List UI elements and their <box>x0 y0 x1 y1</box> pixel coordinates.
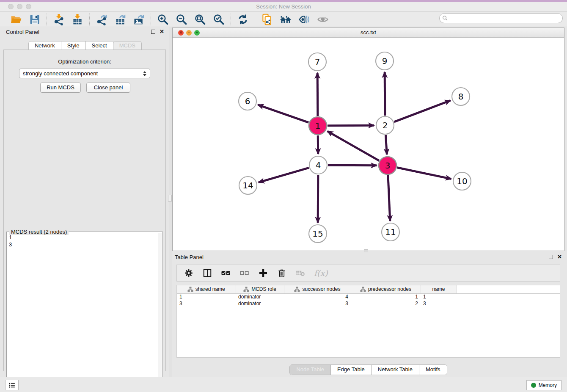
refresh-view-icon[interactable] <box>237 13 249 26</box>
node-10[interactable]: 10 <box>453 172 471 190</box>
show-graphics-details-icon[interactable] <box>317 13 329 26</box>
network-canvas[interactable]: 7968124314101511 <box>173 38 564 251</box>
import-table-icon[interactable] <box>71 13 84 26</box>
column-header-name[interactable]: name <box>421 285 457 293</box>
hide-graphics-details-icon[interactable] <box>298 13 311 26</box>
cell-MCDS-role[interactable]: dominator <box>236 300 284 307</box>
deselect-all-checkboxes-icon[interactable] <box>239 268 250 278</box>
table-row[interactable]: 1dominator411 <box>177 293 560 300</box>
vertical-splitter-handle[interactable] <box>168 195 172 202</box>
close-panel-button[interactable]: Close panel <box>86 83 130 93</box>
column-header-successor-nodes[interactable]: successor nodes <box>284 285 351 293</box>
edge-1-7[interactable] <box>317 73 318 116</box>
network-window-titlebar[interactable]: ✕ − + scc.txt <box>173 28 564 38</box>
task-history-button[interactable] <box>5 380 19 390</box>
edge-3-10[interactable] <box>397 168 451 179</box>
import-network-icon[interactable] <box>52 13 65 26</box>
close-window-button[interactable] <box>8 4 14 9</box>
edge-4-3[interactable] <box>328 165 377 166</box>
export-network-icon[interactable] <box>95 13 108 26</box>
tab-network[interactable]: Network <box>28 41 61 50</box>
delete-table-icon[interactable] <box>295 268 306 278</box>
delete-column-icon[interactable] <box>277 268 287 278</box>
node-3[interactable]: 3 <box>379 157 396 174</box>
function-builder-icon[interactable]: f(x) <box>314 268 328 278</box>
tab-node-table[interactable]: Node Table <box>290 365 330 375</box>
minimize-view-button[interactable]: − <box>186 30 192 36</box>
edge-2-9[interactable] <box>385 72 385 116</box>
column-header-shared-name[interactable]: shared name <box>177 285 236 293</box>
vertical-splitter[interactable] <box>169 27 172 377</box>
maximize-view-button[interactable]: + <box>194 30 200 36</box>
export-image-icon[interactable] <box>132 13 145 26</box>
save-session-icon[interactable] <box>28 13 41 26</box>
search-box[interactable] <box>439 13 563 23</box>
open-session-icon[interactable] <box>10 13 22 26</box>
node-11[interactable]: 11 <box>382 223 399 241</box>
tab-edge-table[interactable]: Edge Table <box>330 365 371 375</box>
cell-MCDS-role[interactable]: dominator <box>236 293 284 300</box>
cell-shared-name[interactable]: 1 <box>177 293 236 300</box>
tab-network-table[interactable]: Network Table <box>371 365 419 375</box>
node-1[interactable]: 1 <box>309 117 327 135</box>
node-8[interactable]: 8 <box>452 88 470 105</box>
cell-predecessor-nodes[interactable]: 2 <box>351 300 421 307</box>
zoom-in-icon[interactable] <box>157 13 169 26</box>
result-scrollbar[interactable] <box>158 233 162 390</box>
export-table-icon[interactable] <box>114 13 127 26</box>
edge-4-15[interactable] <box>318 175 318 223</box>
cell-shared-name[interactable]: 3 <box>177 300 236 307</box>
tab-style[interactable]: Style <box>61 41 86 50</box>
cell-predecessor-nodes[interactable]: 1 <box>351 293 421 300</box>
cell-successor-nodes[interactable]: 4 <box>284 293 351 300</box>
edge-2-8[interactable] <box>394 100 451 122</box>
home-icon[interactable] <box>279 13 292 26</box>
memory-button[interactable]: Memory <box>526 380 561 390</box>
node-9[interactable]: 9 <box>376 52 394 70</box>
attribute-type-icon <box>360 287 366 292</box>
node-15[interactable]: 15 <box>309 225 327 243</box>
optimization-criterion-select[interactable]: strongly connected component <box>19 69 150 78</box>
edge-3-1[interactable] <box>328 131 379 161</box>
tab-mcds[interactable]: MCDS <box>113 41 142 50</box>
column-header-MCDS-role[interactable]: MCDS role <box>236 285 284 293</box>
table-row[interactable]: 3dominator323 <box>177 300 560 307</box>
tab-motifs[interactable]: Motifs <box>419 365 447 375</box>
zoom-window-button[interactable] <box>26 4 31 9</box>
minimize-window-button[interactable] <box>17 4 22 9</box>
horizontal-splitter-handle[interactable] <box>364 249 368 252</box>
node-2[interactable]: 2 <box>376 116 394 134</box>
search-input[interactable] <box>448 14 562 22</box>
edge-1-2[interactable] <box>328 125 374 126</box>
column-header-predecessor-nodes[interactable]: predecessor nodes <box>351 285 421 293</box>
select-all-checkboxes-icon[interactable] <box>221 268 231 278</box>
tab-select[interactable]: Select <box>86 41 113 50</box>
selected-criterion: strongly connected component <box>23 70 143 77</box>
node-4[interactable]: 4 <box>309 156 327 174</box>
node-table[interactable]: shared nameMCDS rolesuccessor nodesprede… <box>176 285 560 358</box>
zoom-selected-icon[interactable] <box>212 13 225 26</box>
edge-3-11[interactable] <box>388 175 390 221</box>
duplicate-network-icon[interactable] <box>261 13 273 26</box>
edge-2-3[interactable] <box>385 135 387 155</box>
cell-successor-nodes[interactable]: 3 <box>284 300 351 307</box>
zoom-fit-icon[interactable] <box>194 13 206 26</box>
edge-1-6[interactable] <box>258 105 309 123</box>
cell-name[interactable]: 3 <box>421 300 457 307</box>
close-panel-icon[interactable]: ✕ <box>160 30 164 34</box>
edge-4-14[interactable] <box>259 168 309 182</box>
close-table-panel-icon[interactable]: ✕ <box>557 255 562 259</box>
mcds-result-text[interactable]: 1 3 <box>8 234 157 390</box>
close-view-button[interactable]: ✕ <box>178 30 184 36</box>
cell-name[interactable]: 1 <box>421 293 457 300</box>
show-columns-icon[interactable] <box>202 268 212 278</box>
node-14[interactable]: 14 <box>239 177 257 194</box>
node-6[interactable]: 6 <box>239 92 256 110</box>
zoom-out-icon[interactable] <box>175 13 188 26</box>
run-mcds-button[interactable]: Run MCDS <box>40 83 81 93</box>
float-table-panel-icon[interactable] <box>549 255 553 259</box>
table-settings-icon[interactable] <box>184 268 194 278</box>
add-column-icon[interactable] <box>258 268 268 278</box>
float-panel-icon[interactable] <box>151 30 155 34</box>
node-7[interactable]: 7 <box>308 53 326 71</box>
